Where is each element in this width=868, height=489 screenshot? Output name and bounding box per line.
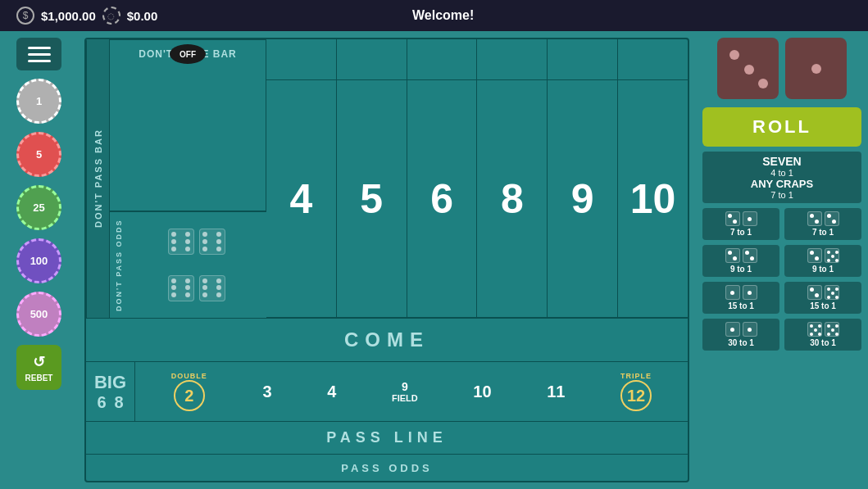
dot <box>171 285 176 290</box>
triple-12-circle[interactable]: 12 <box>620 380 652 411</box>
dont-come-bar[interactable]: DON'T COME BAR OFF <box>109 39 266 211</box>
dot <box>835 251 838 254</box>
field-triple-12[interactable]: TRIPLE 12 <box>620 372 652 411</box>
rebet-icon: ↺ <box>33 353 45 371</box>
chip-500[interactable]: 500 <box>16 292 61 337</box>
chip-1[interactable]: 1 <box>16 79 61 124</box>
prop-30to1-label-right: 30 to 1 <box>810 338 836 347</box>
top-empty-row <box>266 39 688 80</box>
dont-pass-bar-label[interactable]: DON'T PASS BAR <box>86 39 109 318</box>
dot <box>745 251 749 255</box>
dot-empty <box>210 239 216 245</box>
prop-bet-9to1-left[interactable]: 9 to 1 <box>702 245 779 277</box>
prop-die <box>743 211 757 226</box>
numbers-section: 4 5 6 8 9 10 <box>266 39 688 318</box>
dot <box>818 333 821 336</box>
number-cell-9[interactable]: 9 <box>548 80 618 318</box>
chip-100[interactable]: 100 <box>16 238 61 283</box>
number-cell-5[interactable]: 5 <box>337 80 407 318</box>
field-3[interactable]: 3 <box>262 383 271 401</box>
dot <box>827 259 830 262</box>
prop-7to1-label-right: 7 to 1 <box>812 228 834 237</box>
prop-bet-row-9to1: 9 to 1 <box>702 245 861 277</box>
dot <box>815 220 819 224</box>
dot <box>185 292 190 297</box>
dot <box>831 292 834 295</box>
prop-dice-9-left <box>725 248 757 263</box>
off-button[interactable]: OFF <box>170 44 206 64</box>
dice-row-2 <box>168 275 225 301</box>
prop-bet-9to1-right[interactable]: 9 to 1 <box>784 245 861 277</box>
field-10[interactable]: 10 <box>473 383 491 401</box>
dot-empty <box>210 278 216 284</box>
dot <box>171 247 176 251</box>
dot <box>748 217 752 221</box>
prop-die <box>825 211 839 226</box>
pass-line-bet-area[interactable]: PASS LINE <box>86 422 688 455</box>
dot <box>827 324 830 328</box>
table-top-section: DON'T PASS BAR DON'T COME BAR OFF DON'T … <box>86 39 688 318</box>
any-craps-title: ANY CRAPS <box>709 178 855 190</box>
prop-9to1-label-right: 9 to 1 <box>812 265 834 274</box>
dot-empty <box>179 232 184 238</box>
prop-bet-7to1-right[interactable]: 7 to 1 <box>784 208 861 240</box>
prop-bet-30to1-left[interactable]: 30 to 1 <box>702 319 779 351</box>
prop-die <box>725 211 740 226</box>
prop-bet-30to1-right[interactable]: 30 to 1 <box>784 319 861 351</box>
dot <box>728 214 732 218</box>
dont-pass-section: DON'T PASS BAR DON'T COME BAR OFF DON'T … <box>86 39 266 318</box>
dot <box>216 292 221 297</box>
empty-cell-10 <box>618 39 688 79</box>
die-dot <box>811 64 821 74</box>
come-bet-area[interactable]: COME <box>86 318 688 362</box>
roll-button[interactable]: ROLL <box>702 107 861 147</box>
dot <box>202 239 207 244</box>
dont-pass-odds-label: DON'T PASS ODDS <box>109 212 127 318</box>
number-cell-10[interactable]: 10 <box>618 80 688 318</box>
big-68-section[interactable]: BIG 6 8 <box>86 362 135 420</box>
number-cell-6[interactable]: 6 <box>407 80 478 318</box>
dot <box>835 288 838 291</box>
dot <box>750 256 754 260</box>
chip-25[interactable]: 25 <box>16 185 61 230</box>
number-cell-8[interactable]: 8 <box>477 80 548 318</box>
double-2-circle[interactable]: 2 <box>174 380 205 411</box>
dot <box>814 328 817 332</box>
big-6: 6 <box>97 393 106 412</box>
prop-die <box>725 322 740 337</box>
dot-empty <box>179 285 184 291</box>
field-4[interactable]: 4 <box>327 383 336 401</box>
dot <box>730 328 734 332</box>
prop-die <box>807 322 822 337</box>
prop-bet-15to1-left[interactable]: 15 to 1 <box>702 282 779 314</box>
top-bar: $ $1,000.00 ◌ $0.00 Welcome! <box>0 0 868 31</box>
craps-table: DON'T PASS BAR DON'T COME BAR OFF DON'T … <box>84 38 689 482</box>
dice-display <box>702 38 861 99</box>
dot-empty <box>210 247 216 252</box>
dot <box>171 232 176 237</box>
chip-5[interactable]: 5 <box>16 132 61 177</box>
balance-amount: $1,000.00 <box>41 9 96 23</box>
dot <box>827 296 830 299</box>
rebet-button[interactable]: ↺ REBET <box>16 345 61 390</box>
dot <box>171 239 176 244</box>
number-cell-4[interactable]: 4 <box>266 80 337 318</box>
dice-6-right2 <box>199 275 225 301</box>
prop-30to1-label-left: 30 to 1 <box>728 338 754 347</box>
dot <box>185 232 190 237</box>
dot <box>835 296 838 299</box>
dot <box>202 292 207 297</box>
dot <box>810 288 814 292</box>
dice-6-left <box>168 229 194 255</box>
prop-bet-15to1-right[interactable]: 15 to 1 <box>784 282 861 314</box>
pass-odds-bet-area[interactable]: PASS ODDS <box>86 455 688 481</box>
menu-button[interactable] <box>16 38 61 70</box>
field-double-2[interactable]: DOUBLE 2 <box>171 372 207 411</box>
empty-cell-6 <box>407 39 478 79</box>
prop-die <box>807 285 822 300</box>
chips-amount: $0.00 <box>127 9 158 23</box>
field-9-label[interactable]: 9 FIELD <box>392 380 418 403</box>
field-11[interactable]: 11 <box>547 383 565 401</box>
prop-bet-7to1-left[interactable]: 7 to 1 <box>702 208 779 240</box>
seven-any-craps-section[interactable]: SEVEN 4 to 1 ANY CRAPS 7 to 1 <box>702 152 861 203</box>
